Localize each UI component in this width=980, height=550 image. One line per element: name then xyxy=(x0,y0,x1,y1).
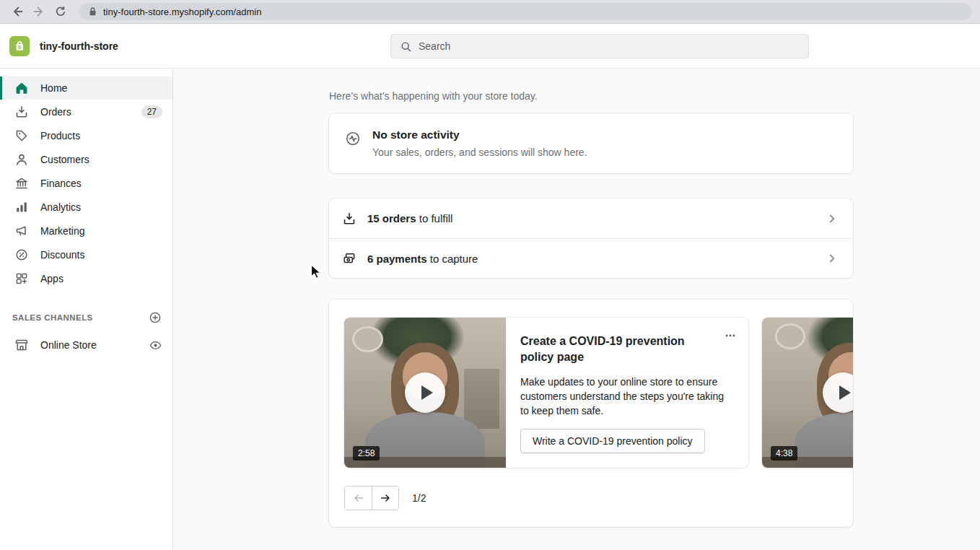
video-duration-badge: 4:38 xyxy=(771,446,797,460)
carousel-page-indicator: 1/2 xyxy=(412,492,426,504)
store-name: tiny-fourth-store xyxy=(40,40,118,52)
play-button[interactable] xyxy=(405,372,445,413)
products-tag-icon xyxy=(14,128,29,143)
play-triangle-icon xyxy=(839,385,851,400)
sidebar-item-apps[interactable]: Apps xyxy=(0,267,172,290)
sidebar-item-finances[interactable]: Finances xyxy=(0,172,172,195)
app-header: S tiny-fourth-store xyxy=(0,24,980,69)
marketing-megaphone-icon xyxy=(14,224,29,238)
write-covid-policy-button[interactable]: Write a COVID-19 prevention policy xyxy=(520,429,705,453)
search-icon xyxy=(400,40,412,53)
browser-chrome: tiny-fourth-store.myshopify.com/admin xyxy=(0,0,980,24)
sales-channels-heading: SALES CHANNELS xyxy=(12,313,93,322)
customers-icon xyxy=(14,152,29,167)
browser-reload-button[interactable] xyxy=(52,3,69,20)
orders-icon xyxy=(342,211,356,226)
sidebar-item-home[interactable]: Home xyxy=(0,77,172,100)
payments-to-capture-row[interactable]: 6 payments to capture xyxy=(329,238,853,278)
tasks-card: 15 orders to fulfill 6 payments to captu… xyxy=(329,198,853,278)
analytics-icon xyxy=(14,200,29,214)
chevron-right-icon xyxy=(826,212,839,225)
browser-back-button[interactable] xyxy=(9,3,26,20)
store-status-subtitle: Here’s what’s happening with your store … xyxy=(329,90,853,102)
sidebar-item-online-store[interactable]: Online Store xyxy=(0,333,172,357)
main-content: Here’s what’s happening with your store … xyxy=(173,69,980,550)
view-online-store-eye-button[interactable] xyxy=(148,338,162,352)
chevron-right-icon xyxy=(826,252,839,265)
activity-pulse-icon xyxy=(345,131,361,147)
discounts-icon xyxy=(14,248,29,262)
video-duration-badge: 2:58 xyxy=(353,446,380,460)
payments-icon xyxy=(342,251,356,266)
sidebar-item-customers[interactable]: Customers xyxy=(0,148,172,171)
orders-to-fulfill-row[interactable]: 15 orders to fulfill xyxy=(329,198,853,238)
orders-icon xyxy=(14,105,29,119)
sidebar-item-discounts[interactable]: Discounts xyxy=(0,243,172,266)
activity-card-title: No store activity xyxy=(372,128,587,141)
online-store-icon xyxy=(14,338,29,352)
orders-to-fulfill-label: 15 orders to fulfill xyxy=(367,212,452,224)
sidebar-item-label: Customers xyxy=(40,154,89,165)
video-card-panel: Create a COVID-19 prevention policy page… xyxy=(506,318,748,468)
search-input[interactable] xyxy=(419,40,800,52)
sidebar-item-analytics[interactable]: Analytics xyxy=(0,196,172,219)
store-activity-card: No store activity Your sales, orders, an… xyxy=(329,113,853,173)
sidebar-item-orders[interactable]: Orders 27 xyxy=(0,100,172,123)
carousel-prev-button[interactable] xyxy=(345,486,372,510)
sales-channels-section: SALES CHANNELS xyxy=(0,310,172,325)
apps-grid-icon xyxy=(14,271,29,286)
overflow-menu-icon[interactable] xyxy=(724,329,737,342)
sidebar-item-label: Finances xyxy=(40,178,82,189)
sidebar-item-label: Marketing xyxy=(40,225,84,237)
address-bar[interactable]: tiny-fourth-store.myshopify.com/admin xyxy=(79,3,971,20)
payments-to-capture-label: 6 payments to capture xyxy=(367,253,478,265)
shopify-logo[interactable]: S xyxy=(9,36,30,56)
video-thumbnail-1[interactable]: 2:58 xyxy=(344,318,506,468)
covid-policy-media-card: 2:58 Create a COVID-19 prevention policy… xyxy=(344,318,748,468)
global-search[interactable] xyxy=(390,34,809,58)
sidebar-item-label: Orders xyxy=(40,106,71,118)
sidebar-item-label: Discounts xyxy=(40,249,84,261)
sidebar-item-label: Online Store xyxy=(40,339,97,351)
orders-count-badge: 27 xyxy=(141,105,162,118)
video-thumbnail-2[interactable]: 4:38 xyxy=(762,318,853,468)
carousel-next-button[interactable] xyxy=(372,486,398,510)
video-card-description: Make updates to your online store to ens… xyxy=(520,375,731,418)
lock-icon xyxy=(88,6,97,17)
finances-icon xyxy=(14,176,29,191)
sidebar-nav: Home Orders 27 Products Customers xyxy=(0,69,173,550)
sidebar-item-marketing[interactable]: Marketing xyxy=(0,219,172,243)
home-icon xyxy=(14,81,29,95)
sidebar-item-label: Home xyxy=(40,82,67,94)
add-sales-channel-button[interactable] xyxy=(148,310,162,325)
svg-text:S: S xyxy=(18,44,22,51)
guidance-videos-card: 2:58 Create a COVID-19 prevention policy… xyxy=(329,300,853,527)
sidebar-item-label: Apps xyxy=(40,273,64,284)
play-triangle-icon xyxy=(421,385,433,400)
sidebar-item-label: Products xyxy=(40,130,80,141)
activity-card-description: Your sales, orders, and sessions will sh… xyxy=(372,147,587,158)
url-text: tiny-fourth-store.myshopify.com/admin xyxy=(103,6,261,17)
sidebar-item-products[interactable]: Products xyxy=(0,124,172,147)
carousel-pagination: 1/2 xyxy=(344,486,853,510)
video-card-title: Create a COVID-19 prevention policy page xyxy=(520,333,701,365)
browser-forward-button[interactable] xyxy=(30,3,48,20)
sidebar-item-label: Analytics xyxy=(40,201,81,213)
